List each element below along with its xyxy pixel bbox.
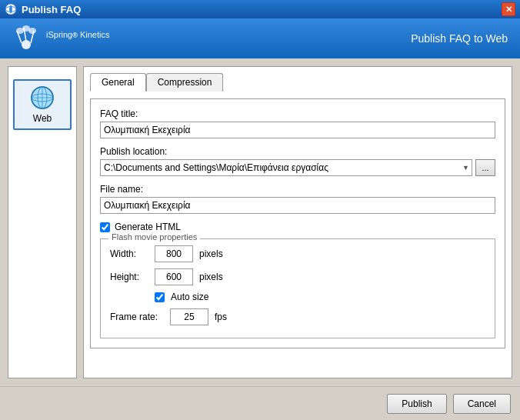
generate-html-label: Generate HTML [115, 222, 181, 232]
frame-rate-unit: fps [215, 312, 227, 322]
tab-general[interactable]: General [90, 73, 146, 92]
auto-size-row: Auto size [155, 292, 485, 302]
file-name-label: File name: [100, 184, 495, 195]
frame-rate-label: Frame rate: [110, 312, 164, 322]
header-subtitle: Publish FAQ to Web [411, 32, 508, 45]
auto-size-label: Auto size [171, 292, 209, 302]
globe-icon [30, 85, 55, 110]
right-panel: General Compression FAQ title: Publish l… [83, 66, 512, 378]
faq-title-group: FAQ title: [100, 108, 495, 138]
main-content: Web General Compression FAQ title: Publi… [0, 58, 520, 386]
browse-button[interactable]: ... [475, 159, 495, 176]
height-input[interactable] [155, 268, 193, 285]
sidebar: Web [8, 66, 77, 378]
flash-group-legend: Flash movie properties [108, 232, 200, 242]
file-name-input[interactable] [100, 197, 495, 214]
frame-rate-input[interactable] [170, 308, 208, 325]
window-title: Publish FAQ [22, 4, 81, 15]
file-name-group: File name: [100, 184, 495, 214]
height-row: Height: pixels [110, 268, 485, 285]
publish-button[interactable]: Publish [387, 394, 446, 414]
brand-name: iSpring® Kinetics [46, 30, 109, 48]
height-unit: pixels [199, 272, 223, 282]
bottom-bar: Publish Cancel [0, 386, 520, 420]
tab-bar: General Compression [90, 73, 505, 92]
tab-compression[interactable]: Compression [146, 73, 224, 92]
width-unit: pixels [199, 248, 223, 259]
flash-properties-group: Flash movie properties Width: pixels Hei… [100, 238, 495, 338]
logo-icon [12, 25, 40, 52]
publish-location-wrapper: C:\Documents and Settings\Μαρία\Επιφάνει… [100, 159, 472, 176]
header-logo: iSpring® Kinetics [12, 25, 109, 52]
tab-content-general: FAQ title: Publish location: C:\Document… [90, 98, 505, 348]
close-button[interactable]: ✕ [502, 2, 515, 16]
frame-rate-row: Frame rate: fps [110, 308, 485, 325]
publish-location-label: Publish location: [100, 146, 495, 157]
height-label: Height: [110, 272, 148, 282]
svg-point-9 [28, 28, 36, 34]
publish-location-group: Publish location: C:\Documents and Setti… [100, 146, 495, 176]
cancel-button[interactable]: Cancel [453, 394, 511, 414]
width-input[interactable] [155, 245, 193, 262]
faq-title-input[interactable] [100, 122, 495, 138]
sidebar-item-web[interactable]: Web [13, 79, 72, 130]
header-banner: iSpring® Kinetics Publish FAQ to Web [0, 18, 520, 58]
auto-size-checkbox[interactable] [155, 292, 165, 302]
generate-html-row: Generate HTML [100, 222, 495, 232]
faq-title-label: FAQ title: [100, 108, 495, 119]
title-bar: Publish FAQ ✕ [0, 0, 520, 18]
publish-location-select[interactable]: C:\Documents and Settings\Μαρία\Επιφάνει… [100, 159, 472, 176]
sidebar-web-label: Web [33, 113, 52, 124]
width-label: Width: [110, 248, 148, 259]
publish-location-row: C:\Documents and Settings\Μαρία\Επιφάνει… [100, 159, 495, 176]
generate-html-checkbox[interactable] [100, 222, 110, 232]
app-icon [5, 3, 17, 15]
width-row: Width: pixels [110, 245, 485, 262]
